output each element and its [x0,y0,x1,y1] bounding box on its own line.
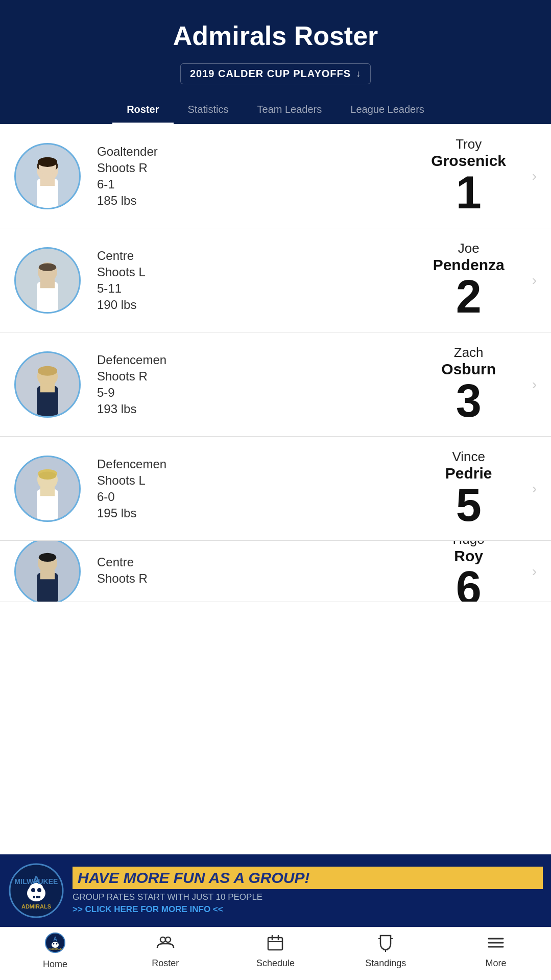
chevron-right-icon: › [532,376,537,393]
player-weight: 185 lbs [97,194,418,208]
chevron-right-icon: › [532,272,537,289]
player-firstname: Hugo [453,541,485,547]
player-identity: Troy Grosenick 1 [418,136,520,216]
player-row[interactable]: Defencemen Shoots L 6-0 195 lbs Vince Pe… [0,437,551,541]
svg-point-9 [39,263,56,271]
player-weight: 195 lbs [97,506,418,520]
page-title: Admirals Roster [10,20,541,51]
svg-point-26 [39,553,56,561]
player-height: 6-0 [97,490,418,504]
player-avatar [14,541,81,602]
more-icon [487,934,505,956]
ad-subtext: GROUP RATES START WITH JUST 10 PEOPLE [73,892,543,902]
nav-tabs: RosterStatisticsTeam LeadersLeague Leade… [10,97,541,124]
chevron-right-icon: › [532,481,537,497]
ad-banner[interactable]: MILWAUKEE ADMIRALS A HAVE MORE FUN AS A … [0,854,551,927]
player-shoots: Shoots R [97,571,418,586]
player-avatar [14,247,81,314]
season-label: 2019 CALDER CUP PLAYOFFS [190,68,351,80]
svg-rect-21 [40,487,55,496]
player-position: Centre [97,555,418,569]
ad-content: HAVE MORE FUN AS A GROUP! GROUP RATES ST… [73,867,543,915]
bottom-nav: A ADMIRALS Home Roster Schedule Standing… [0,927,551,980]
bottom-nav-item-home[interactable]: A ADMIRALS Home [0,933,110,970]
player-firstname: Zach [454,345,484,361]
svg-rect-16 [40,384,55,392]
player-height: 6-1 [97,177,418,192]
player-weight: 190 lbs [97,298,418,312]
page-header: Admirals Roster 2019 CALDER CUP PLAYOFFS… [0,0,551,124]
svg-point-43 [53,943,54,945]
player-avatar [14,351,81,418]
player-shoots: Shoots R [97,369,418,384]
nav-label-schedule: Schedule [256,958,295,969]
player-info: Defencemen Shoots L 6-0 195 lbs [97,457,418,520]
svg-rect-36 [36,896,38,898]
chevron-right-icon: › [532,563,537,580]
bottom-nav-item-more[interactable]: More [441,934,551,969]
schedule-icon [266,934,284,956]
roster-icon [156,934,175,956]
player-row[interactable]: Defencemen Shoots R 5-9 193 lbs Zach Osb… [0,332,551,437]
svg-rect-4 [40,176,55,186]
home-icon: A ADMIRALS [45,933,65,957]
player-info: Centre Shoots L 5-11 190 lbs [97,249,418,312]
nav-label-home: Home [43,959,67,970]
ad-cta[interactable]: >> CLICK HERE FOR MORE INFO << [73,904,543,915]
player-number: 6 [456,565,482,602]
svg-text:ADMIRALS: ADMIRALS [49,947,62,950]
player-number: 5 [456,482,482,528]
player-height: 5-11 [97,281,418,296]
player-identity: Joe Pendenza 2 [418,241,520,320]
player-number: 2 [456,274,482,320]
player-identity: Vince Pedrie 5 [418,449,520,528]
nav-tab-statistics[interactable]: Statistics [174,97,243,124]
nav-tab-league-leaders[interactable]: League Leaders [336,97,439,124]
player-shoots: Shoots L [97,473,418,488]
player-row[interactable]: Centre Shoots R Hugo Roy 6 › [0,541,551,602]
player-identity: Hugo Roy 6 [418,541,520,602]
player-height: 5-9 [97,386,418,400]
nav-tab-team-leaders[interactable]: Team Leaders [243,97,337,124]
player-info: Defencemen Shoots R 5-9 193 lbs [97,353,418,416]
player-position: Centre [97,249,418,263]
svg-rect-28 [40,570,55,579]
player-shoots: Shoots L [97,265,418,279]
svg-rect-35 [33,896,35,898]
svg-point-44 [56,943,57,945]
player-firstname: Joe [458,241,480,256]
bottom-nav-item-standings[interactable]: Standings [330,934,441,969]
player-avatar [14,456,81,522]
player-number: 1 [456,170,482,216]
player-row[interactable]: Goaltender Shoots R 6-1 185 lbs Troy Gro… [0,124,551,228]
player-position: Defencemen [97,457,418,471]
chevron-right-icon: › [532,168,537,184]
player-row[interactable]: Centre Shoots L 5-11 190 lbs Joe Pendenz… [0,228,551,332]
ad-logo: MILWAUKEE ADMIRALS A [8,863,64,919]
nav-tab-roster[interactable]: Roster [112,97,173,124]
player-info: Goaltender Shoots R 6-1 185 lbs [97,145,418,208]
svg-rect-37 [38,896,40,898]
svg-text:ADMIRALS: ADMIRALS [21,903,51,910]
nav-label-roster: Roster [152,958,179,969]
player-number: 3 [456,378,482,424]
player-shoots: Shoots R [97,161,418,175]
player-identity: Zach Osburn 3 [418,345,520,424]
nav-label-more: More [486,958,507,969]
bottom-nav-item-schedule[interactable]: Schedule [221,934,331,969]
svg-point-17 [39,368,56,374]
nav-label-standings: Standings [365,958,406,969]
season-selector[interactable]: 2019 CALDER CUP PLAYOFFS ↓ [180,63,371,84]
player-position: Goaltender [97,145,418,159]
svg-point-47 [165,937,171,942]
player-avatar [14,143,81,209]
svg-point-6 [38,157,57,166]
season-arrow-icon: ↓ [356,68,361,79]
standings-icon [376,934,395,956]
player-position: Defencemen [97,353,418,367]
player-info: Centre Shoots R [97,555,418,588]
svg-point-34 [37,888,41,892]
svg-point-33 [31,888,35,892]
svg-text:A: A [53,936,57,942]
bottom-nav-item-roster[interactable]: Roster [110,934,221,969]
